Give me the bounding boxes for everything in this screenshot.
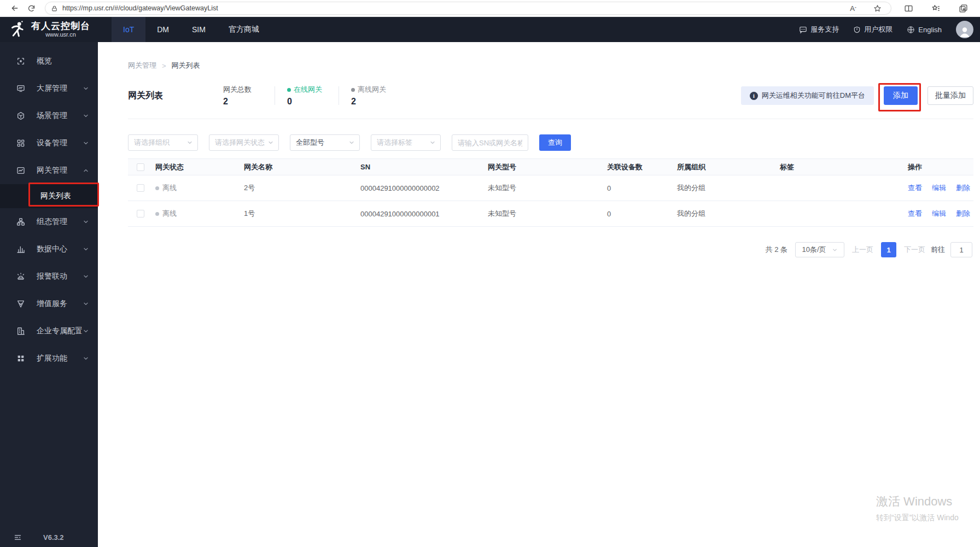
app-logo[interactable]: 有人云控制台 www.usr.cn [0,17,100,42]
pagination-total: 共 2 条 [766,245,788,255]
collapse-sidebar-icon[interactable] [13,533,22,542]
batch-add-button[interactable]: 批量添加 [928,86,973,105]
language-switch[interactable]: English [907,26,942,34]
favorites-bar-icon[interactable] [928,2,944,15]
sidebar-item-value-added[interactable]: 增值服务 [0,290,98,317]
sidebar-item-label: 增值服务 [37,299,67,309]
delete-link[interactable]: 删除 [956,183,970,193]
split-screen-icon[interactable] [900,2,917,15]
view-link[interactable]: 查看 [908,209,922,219]
collections-icon[interactable] [955,2,971,15]
alarm-icon [16,272,25,281]
model-select[interactable]: 全部型号 [290,134,360,151]
chat-icon [799,26,807,34]
goto-page-input[interactable] [950,242,972,257]
sidebar-item-config-mgmt[interactable]: 组态管理 [0,208,98,236]
platform-tabs: IoT DM SIM 官方商城 [112,17,271,42]
goto-label: 前往 [931,245,945,255]
col-header-actions: 操作 [901,162,973,172]
filter-bar: 请选择组织 请选择网关状态 全部型号 请选择标签 查询 [128,134,973,151]
prev-page-button[interactable]: 上一页 [852,245,873,255]
sidebar-item-label: 大屏管理 [37,84,67,93]
data-icon [16,245,25,254]
status-dot-icon [155,212,159,216]
sidebar-item-label: 数据中心 [37,244,67,254]
sidebar-item-device-mgmt[interactable]: 设备管理 [0,130,98,157]
sidebar-item-screen-mgmt[interactable]: 大屏管理 [0,75,98,102]
browser-refresh-button[interactable] [23,2,39,15]
address-bar[interactable]: https://mp.usr.cn/#/cloud/gateway/ViewGa… [45,2,891,15]
page-size-value: 10条/页 [802,245,826,255]
stat-total: 网关总数 2 [223,85,270,107]
extension-icon [16,354,25,363]
sidebar-item-gateway-list[interactable]: 网关列表 [0,184,98,208]
sidebar-item-alarm-linkage[interactable]: 报警联动 [0,263,98,290]
sidebar-item-data-center[interactable]: 数据中心 [0,236,98,263]
screen-icon [16,84,25,93]
stat-offline: 离线网关 2 [351,85,398,107]
row-checkbox[interactable] [137,210,144,217]
sidebar-item-overview[interactable]: 概览 [0,48,98,75]
favorite-star-icon[interactable] [869,2,885,15]
logo-title: 有人云控制台 [31,21,90,31]
tag-select[interactable]: 请选择标签 [371,134,441,151]
gateway-icon [16,166,25,175]
chevron-down-icon [83,273,89,280]
org-select[interactable]: 请选择组织 [128,134,198,151]
lock-icon[interactable] [51,5,58,12]
model-select-value: 全部型号 [296,138,348,148]
tab-iot[interactable]: IoT [112,17,145,42]
sidebar-item-extensions[interactable]: 扩展功能 [0,345,98,372]
view-link[interactable]: 查看 [908,183,922,193]
logo-subtitle: www.usr.cn [31,31,90,38]
search-button[interactable]: 查询 [539,134,571,151]
stat-online-label: 在线网关 [294,85,322,95]
breadcrumb-item-gateway-list: 网关列表 [172,61,200,70]
gateway-stats: 网关总数 2 在线网关 0 离线网关 2 [223,85,398,107]
delete-link[interactable]: 删除 [956,209,970,219]
tab-shop[interactable]: 官方商城 [217,17,271,42]
shield-icon [853,26,861,34]
chevron-down-icon [83,328,89,334]
page-header: 网关列表 网关总数 2 在线网关 0 离线网关 2 i 网关运维相关功能可前往D… [128,85,973,119]
gateway-status-select[interactable]: 请选择网关状态 [209,134,279,151]
read-aloud-icon[interactable]: A” [845,2,861,15]
next-page-button[interactable]: 下一页 [904,245,925,255]
stat-online-value: 0 [287,97,334,107]
dm-platform-notice: i 网关运维相关功能可前往DM平台 [741,86,874,105]
permissions-menu[interactable]: 用户权限 [853,25,892,34]
sidebar-item-label: 企业专属配置 [37,326,83,336]
tab-dm[interactable]: DM [145,17,180,42]
sn-search-input[interactable] [452,134,528,151]
breadcrumb-item-gateway-mgmt[interactable]: 网关管理 [128,61,156,70]
sidebar-item-scene-mgmt[interactable]: 场景管理 [0,102,98,130]
page-number-1[interactable]: 1 [881,242,896,257]
chevron-down-icon [83,113,89,119]
stat-total-value: 2 [223,97,270,107]
select-all-checkbox[interactable] [137,163,144,171]
device-count: 0 [607,210,677,218]
sidebar-item-label: 报警联动 [37,272,67,281]
url-text[interactable]: https://mp.usr.cn/#/cloud/gateway/ViewGa… [62,4,845,12]
chevron-down-icon [83,301,89,307]
support-menu[interactable]: 服务支持 [799,25,839,34]
edit-link[interactable]: 编辑 [932,183,946,193]
edit-link[interactable]: 编辑 [932,209,946,219]
sidebar-item-label: 概览 [37,56,52,66]
chevron-down-icon [83,246,89,252]
chevron-down-icon [83,219,89,225]
page-size-select[interactable]: 10条/页 [795,242,844,257]
add-gateway-button[interactable]: 添加 [884,86,918,105]
sidebar-item-label: 扩展功能 [37,354,67,363]
browser-back-button[interactable] [7,2,23,15]
sidebar-item-gateway-mgmt[interactable]: 网关管理 [0,157,98,184]
app-version: V6.3.2 [43,533,64,542]
info-icon: i [750,92,758,100]
config-icon [16,217,25,226]
row-checkbox[interactable] [137,184,144,192]
org-select-placeholder: 请选择组织 [134,138,186,148]
user-avatar[interactable] [956,21,973,38]
sidebar-item-enterprise-config[interactable]: 企业专属配置 [0,317,98,345]
sidebar-item-label: 网关管理 [37,166,67,175]
tab-sim[interactable]: SIM [180,17,217,42]
